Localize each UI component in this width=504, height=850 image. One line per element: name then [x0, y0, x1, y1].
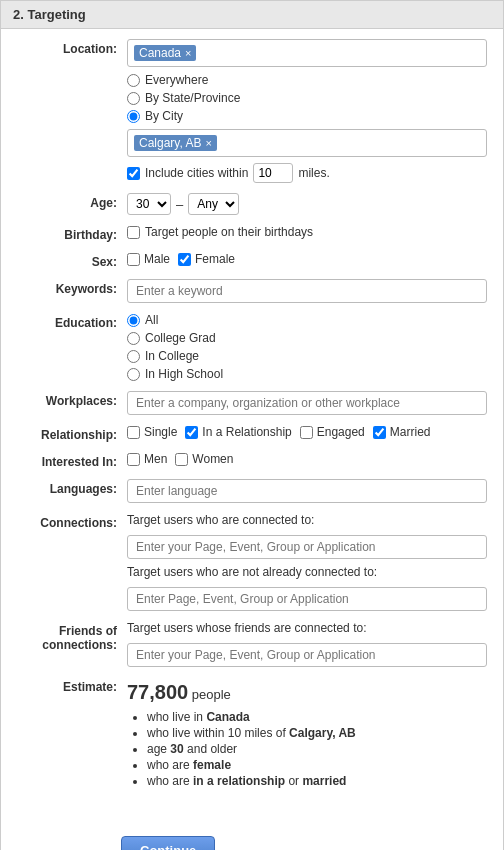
city-tag: Calgary, AB ×	[134, 135, 217, 151]
location-options: Everywhere By State/Province By City	[127, 73, 487, 123]
education-high-school[interactable]: In High School	[127, 367, 487, 381]
conn-connected-input[interactable]	[127, 535, 487, 559]
interested-control: Men Women	[127, 452, 487, 466]
education-in-college-radio[interactable]	[127, 350, 140, 363]
languages-control	[127, 479, 487, 503]
sex-female-checkbox[interactable]	[178, 253, 191, 266]
rel-in-rel-checkbox[interactable]	[185, 426, 198, 439]
sex-female-label[interactable]: Female	[178, 252, 235, 266]
education-in-college[interactable]: In College	[127, 349, 487, 363]
include-cities-row: Include cities within miles.	[127, 163, 487, 183]
languages-label: Languages:	[17, 479, 127, 496]
city-input-field[interactable]	[221, 136, 480, 150]
education-all[interactable]: All	[127, 313, 487, 327]
sex-label: Sex:	[17, 252, 127, 269]
estimate-number-row: 77,800 people	[127, 681, 487, 704]
int-women-label[interactable]: Women	[175, 452, 233, 466]
age-from-select[interactable]: 30	[127, 193, 171, 215]
sex-control: Male Female	[127, 252, 487, 266]
connections-label: Connections:	[17, 513, 127, 530]
estimate-bullet-2: who live within 10 miles of Calgary, AB	[147, 726, 487, 740]
sex-male-label[interactable]: Male	[127, 252, 170, 266]
birthday-checkbox[interactable]	[127, 226, 140, 239]
workplaces-input[interactable]	[127, 391, 487, 415]
age-to-select[interactable]: Any	[188, 193, 239, 215]
location-by-city[interactable]: By City	[127, 109, 487, 123]
location-by-state[interactable]: By State/Province	[127, 91, 487, 105]
birthday-row: Birthday: Target people on their birthda…	[17, 225, 487, 242]
include-miles-input[interactable]	[253, 163, 293, 183]
section-title: 2. Targeting	[13, 7, 86, 22]
section-header: 2. Targeting	[1, 1, 503, 29]
estimate-people: people	[192, 687, 231, 702]
relationship-control: Single In a Relationship Engaged Married	[127, 425, 487, 439]
keywords-control	[127, 279, 487, 303]
workplaces-row: Workplaces:	[17, 391, 487, 415]
location-everywhere[interactable]: Everywhere	[127, 73, 487, 87]
estimate-bullet-5: who are in a relationship or married	[147, 774, 487, 788]
remove-location-tag[interactable]: ×	[185, 47, 191, 59]
estimate-list: who live in Canada who live within 10 mi…	[127, 710, 487, 788]
location-control: Canada × Everywhere By State/Province	[127, 39, 487, 183]
age-row: Age: 30 – Any	[17, 193, 487, 215]
location-tag-input[interactable]: Canada ×	[127, 39, 487, 67]
form-body: Location: Canada × Everywhere	[1, 29, 503, 816]
estimate-control: 77,800 people who live in Canada who liv…	[127, 681, 487, 790]
sex-row: Sex: Male Female	[17, 252, 487, 269]
location-input-field[interactable]	[200, 46, 480, 60]
birthday-checkbox-label[interactable]: Target people on their birthdays	[127, 225, 487, 239]
estimate-bullet-3: age 30 and older	[147, 742, 487, 756]
estimate-number: 77,800	[127, 681, 188, 703]
rel-in-rel-label[interactable]: In a Relationship	[185, 425, 291, 439]
birthday-control: Target people on their birthdays	[127, 225, 487, 239]
rel-engaged-label[interactable]: Engaged	[300, 425, 365, 439]
friends-row: Friends of connections: Target users who…	[17, 621, 487, 667]
rel-single-checkbox[interactable]	[127, 426, 140, 439]
keywords-input[interactable]	[127, 279, 487, 303]
location-by-state-radio[interactable]	[127, 92, 140, 105]
city-tag-input[interactable]: Calgary, AB ×	[127, 129, 487, 157]
int-men-label[interactable]: Men	[127, 452, 167, 466]
rel-married-label[interactable]: Married	[373, 425, 431, 439]
friends-connected-label: Target users whose friends are connected…	[127, 621, 487, 635]
rel-single-label[interactable]: Single	[127, 425, 177, 439]
relationship-row: Relationship: Single In a Relationship E…	[17, 425, 487, 442]
estimate-row: Estimate: 77,800 people who live in Cana…	[17, 677, 487, 790]
education-college-grad-radio[interactable]	[127, 332, 140, 345]
interested-label: Interested In:	[17, 452, 127, 469]
conn-not-connected-label: Target users who are not already connect…	[127, 565, 487, 579]
education-high-school-radio[interactable]	[127, 368, 140, 381]
estimate-bullet-1: who live in Canada	[147, 710, 487, 724]
location-label: Location:	[17, 39, 127, 56]
int-women-checkbox[interactable]	[175, 453, 188, 466]
education-label: Education:	[17, 313, 127, 330]
education-college-grad[interactable]: College Grad	[127, 331, 487, 345]
age-control: 30 – Any	[127, 193, 487, 215]
connections-control: Target users who are connected to: Targe…	[127, 513, 487, 611]
sex-male-checkbox[interactable]	[127, 253, 140, 266]
estimate-label: Estimate:	[17, 677, 127, 694]
friends-label: Friends of connections:	[17, 621, 127, 652]
remove-city-tag[interactable]: ×	[205, 137, 211, 149]
int-men-checkbox[interactable]	[127, 453, 140, 466]
conn-not-connected-input[interactable]	[127, 587, 487, 611]
friends-connected-input[interactable]	[127, 643, 487, 667]
keywords-label: Keywords:	[17, 279, 127, 296]
relationship-label: Relationship:	[17, 425, 127, 442]
continue-button[interactable]: Continue	[121, 836, 215, 850]
city-tag-row: Calgary, AB ×	[127, 129, 487, 157]
connections-row: Connections: Target users who are connec…	[17, 513, 487, 611]
conn-connected-label: Target users who are connected to:	[127, 513, 487, 527]
workplaces-control	[127, 391, 487, 415]
include-cities-checkbox[interactable]	[127, 167, 140, 180]
education-row: Education: All College Grad In College I…	[17, 313, 487, 381]
estimate-bullet-4: who are female	[147, 758, 487, 772]
location-everywhere-radio[interactable]	[127, 74, 140, 87]
location-row: Location: Canada × Everywhere	[17, 39, 487, 183]
location-by-city-radio[interactable]	[127, 110, 140, 123]
rel-married-checkbox[interactable]	[373, 426, 386, 439]
rel-engaged-checkbox[interactable]	[300, 426, 313, 439]
languages-input[interactable]	[127, 479, 487, 503]
education-all-radio[interactable]	[127, 314, 140, 327]
location-tag: Canada ×	[134, 45, 196, 61]
